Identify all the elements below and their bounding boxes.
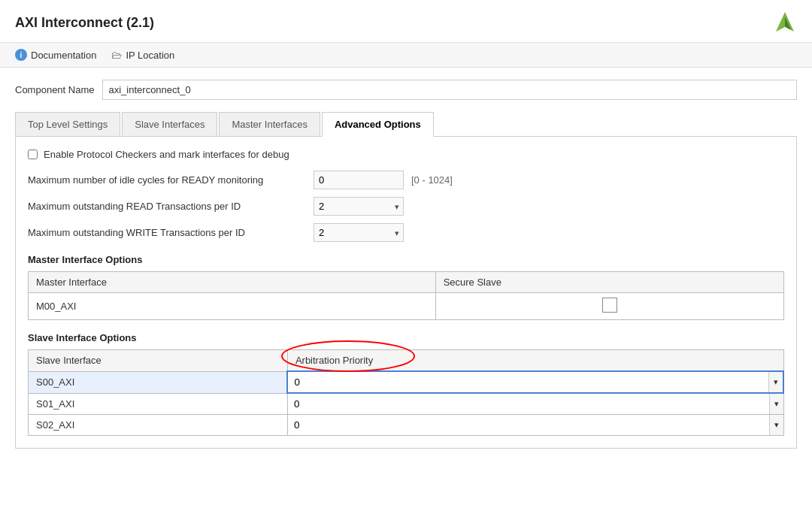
documentation-link[interactable]: i Documentation (15, 49, 96, 61)
write-transactions-label: Maximum outstanding WRITE Transactions p… (28, 227, 314, 238)
s01-priority-dropdown[interactable]: ▾ (769, 394, 783, 414)
s02-priority-cell: ▾ (287, 415, 783, 436)
secure-slave-checkbox[interactable] (602, 298, 617, 313)
s01-priority-cell: ▾ (287, 393, 783, 415)
app-logo (773, 11, 797, 35)
documentation-label: Documentation (31, 50, 96, 61)
slave-interface-s02: S02_AXI (29, 415, 288, 436)
component-name-input[interactable] (102, 80, 798, 100)
slave-table-col2-header: Arbitration Priority (287, 350, 783, 372)
read-transactions-row: Maximum outstanding READ Transactions pe… (28, 197, 784, 216)
tab-top-level-settings[interactable]: Top Level Settings (15, 112, 120, 136)
master-table-col1: Master Interface (29, 272, 436, 293)
protocol-checker-row: Enable Protocol Checkers and mark interf… (28, 149, 784, 160)
toolbar: i Documentation 🗁 IP Location (0, 43, 812, 68)
ip-location-label: IP Location (126, 50, 174, 61)
master-table-col2: Secure Slave (435, 272, 783, 293)
read-transactions-label: Maximum outstanding READ Transactions pe… (28, 201, 314, 212)
idle-cycles-hint: [0 - 1024] (411, 174, 453, 186)
idle-cycles-input[interactable] (314, 171, 404, 189)
advanced-options-content: Enable Protocol Checkers and mark interf… (15, 137, 797, 449)
arbitration-priority-label: Arbitration Priority (295, 355, 373, 366)
ip-location-link[interactable]: 🗁 IP Location (111, 49, 174, 61)
table-row: M00_AXI (29, 293, 784, 320)
component-name-label: Component Name (15, 84, 95, 95)
slave-table-col1: Slave Interface (29, 350, 288, 372)
component-name-row: Component Name (15, 80, 797, 100)
tab-master-interfaces[interactable]: Master Interfaces (219, 112, 320, 136)
s01-priority-input-row: ▾ (288, 394, 783, 414)
slave-interface-s00: S00_AXI (29, 371, 288, 393)
tab-advanced-options[interactable]: Advanced Options (322, 112, 434, 137)
s02-priority-dropdown[interactable]: ▾ (769, 415, 783, 435)
slave-table-wrapper: Slave Interface Arbitration Priority S0 (28, 349, 784, 436)
protocol-checker-checkbox[interactable] (28, 150, 38, 159)
write-transactions-row: Maximum outstanding WRITE Transactions p… (28, 223, 784, 242)
table-row: S00_AXI ▾ (29, 371, 784, 393)
idle-cycles-label: Maximum number of idle cycles for READY … (28, 174, 314, 186)
s00-priority-input[interactable] (288, 372, 768, 392)
content-area: Component Name Top Level Settings Slave … (0, 68, 812, 526)
master-interface-table: Master Interface Secure Slave M00_AXI (28, 271, 784, 320)
s00-priority-dropdown[interactable]: ▾ (768, 372, 783, 392)
s00-priority-input-row: ▾ (288, 372, 783, 392)
s01-priority-input[interactable] (288, 394, 769, 414)
protocol-checker-label: Enable Protocol Checkers and mark interf… (44, 149, 289, 160)
s02-priority-input[interactable] (288, 415, 769, 435)
info-icon: i (15, 49, 27, 61)
master-interface-options-title: Master Interface Options (28, 254, 784, 265)
write-transactions-select-wrapper: 2 1 4 (314, 223, 404, 242)
secure-slave-cell (435, 293, 783, 320)
slave-interface-options-title: Slave Interface Options (28, 332, 784, 343)
write-transactions-select[interactable]: 2 1 4 (314, 223, 404, 242)
read-transactions-select[interactable]: 2 1 4 (314, 197, 404, 216)
table-row: S02_AXI ▾ (29, 415, 784, 436)
tab-slave-interfaces[interactable]: Slave Interfaces (122, 112, 217, 136)
read-transactions-select-wrapper: 2 1 4 (314, 197, 404, 216)
s00-priority-cell: ▾ (287, 371, 783, 393)
s02-priority-input-row: ▾ (288, 415, 783, 435)
slave-interface-table: Slave Interface Arbitration Priority S0 (28, 349, 784, 436)
tabs-bar: Top Level Settings Slave Interfaces Mast… (15, 112, 797, 137)
slave-interface-s01: S01_AXI (29, 393, 288, 415)
window-title: AXI Interconnect (2.1) (15, 15, 154, 31)
table-row: S01_AXI ▾ (29, 393, 784, 415)
idle-cycles-row: Maximum number of idle cycles for READY … (28, 171, 784, 189)
folder-icon: 🗁 (111, 49, 122, 61)
master-interface-name: M00_AXI (29, 293, 436, 320)
